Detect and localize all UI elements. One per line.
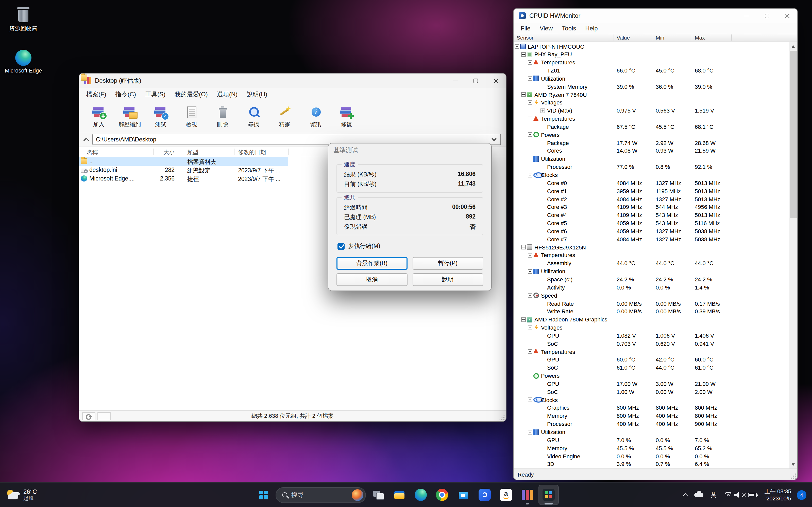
sensor-row[interactable]: GPU1.082 V1.006 V1.406 V	[514, 332, 789, 340]
column-header-size[interactable]: 大小	[155, 149, 174, 156]
sensor-row[interactable]: PHX Ray_PEU	[514, 51, 789, 59]
file-row[interactable]: ..檔案資料夾	[79, 157, 288, 166]
sensor-row[interactable]: Graphics800 MHz800 MHz800 MHz	[514, 404, 789, 412]
toolbar-button-view[interactable]: 檢視	[177, 103, 206, 130]
sensor-row[interactable]: 3D3.9 %0.7 %6.4 %	[514, 460, 789, 468]
collapse-toggle[interactable]	[528, 116, 532, 121]
sensor-row[interactable]: AMD Radeon 780M Graphics	[514, 316, 789, 324]
up-directory-button[interactable]	[84, 137, 89, 143]
column-header-type[interactable]: 類型	[187, 149, 198, 156]
sensor-row[interactable]: Cores14.08 W0.93 W21.59 W	[514, 147, 789, 155]
collapse-toggle[interactable]	[528, 325, 532, 330]
winrar-menu-2[interactable]: 工具(S)	[141, 89, 169, 100]
sensor-row[interactable]: Temperatures	[514, 59, 789, 67]
multithread-checkbox[interactable]	[338, 242, 345, 250]
column-header-min[interactable]: Min	[656, 35, 664, 41]
collapse-toggle[interactable]	[521, 245, 526, 249]
taskbar-app-task-view[interactable]	[368, 485, 388, 505]
start-button[interactable]	[253, 485, 273, 505]
weather-widget[interactable]: 26°C 起風	[0, 483, 43, 507]
sensor-row[interactable]: Package67.5 °C45.5 °C68.1 °C	[514, 123, 789, 131]
taskbar-app-store[interactable]	[453, 485, 473, 505]
taskbar-app-winrar[interactable]	[517, 485, 538, 505]
maximize-button[interactable]	[757, 9, 777, 23]
status-cell[interactable]	[97, 412, 111, 420]
taskbar-app-edge[interactable]	[411, 485, 431, 505]
vertical-scrollbar[interactable]	[789, 42, 797, 468]
close-button[interactable]	[777, 9, 797, 23]
toolbar-button-wizard[interactable]: 精靈	[270, 103, 299, 130]
notification-badge[interactable]: 4	[797, 490, 806, 500]
pause-button[interactable]: 暫停(P)	[412, 257, 483, 270]
collapse-toggle[interactable]	[528, 269, 532, 274]
sensor-row[interactable]: Video Engine0.0 %0.0 %0.0 %	[514, 452, 789, 460]
toolbar-button-test[interactable]: 測試	[146, 103, 175, 130]
sensor-row[interactable]: SoC61.0 °C44.0 °C61.0 °C	[514, 364, 789, 372]
collapse-toggle[interactable]	[528, 173, 532, 177]
menu-help[interactable]: Help	[581, 23, 602, 33]
collapse-toggle[interactable]	[528, 349, 532, 354]
menu-file[interactable]: File	[517, 23, 535, 33]
sensor-row[interactable]: GPU7.0 %0.0 %7.0 %	[514, 436, 789, 444]
file-row[interactable]: desktop.ini282組態設定2023/9/7 下午 ...	[79, 166, 288, 174]
quick-settings-button[interactable]	[720, 486, 760, 504]
sensor-row[interactable]: LAPTOP-NTHMCOUC	[514, 43, 789, 51]
collapse-toggle[interactable]	[528, 397, 532, 402]
collapse-toggle[interactable]	[528, 374, 532, 378]
search-daily-image[interactable]	[352, 489, 363, 501]
column-header-max[interactable]: Max	[695, 35, 705, 41]
sensor-row[interactable]: Powers	[514, 131, 789, 139]
taskbar-app-blue-app[interactable]	[474, 485, 495, 505]
scroll-down-button[interactable]	[789, 460, 797, 468]
winrar-menu-4[interactable]: 選項(N)	[213, 89, 242, 100]
sensor-row[interactable]: Temperatures	[514, 348, 789, 356]
taskbar-app-file-explorer[interactable]	[389, 485, 410, 505]
sensor-row[interactable]: GPU17.00 W3.00 W21.00 W	[514, 380, 789, 388]
scrollbar-track[interactable]	[789, 50, 797, 460]
sensor-row[interactable]: Voltages	[514, 324, 789, 332]
sensor-row[interactable]: GPU60.0 °C42.0 °C60.0 °C	[514, 356, 789, 364]
resize-grip[interactable]	[790, 473, 796, 478]
collapse-toggle[interactable]	[521, 92, 526, 97]
winrar-menu-5[interactable]: 說明(H)	[243, 89, 271, 100]
sensor-row[interactable]: Clocks	[514, 171, 789, 179]
background-button[interactable]: 背景作業(B)	[337, 257, 407, 270]
winrar-titlebar[interactable]: Desktop (評估版)	[79, 73, 506, 88]
sensor-row[interactable]: Memory45.5 %45.5 %65.2 %	[514, 444, 789, 452]
winrar-menu-3[interactable]: 我的最愛(O)	[170, 89, 212, 100]
sensor-row[interactable]: Speed	[514, 291, 789, 300]
sensor-row[interactable]: Utilization	[514, 155, 789, 163]
minimize-button[interactable]	[445, 73, 465, 88]
expand-toggle[interactable]	[541, 109, 545, 113]
taskbar-app-chrome[interactable]	[432, 485, 452, 505]
toolbar-button-delete[interactable]: 刪除	[208, 103, 237, 130]
collapse-toggle[interactable]	[528, 430, 532, 434]
desktop-icon-edge[interactable]: Microsoft Edge	[4, 50, 43, 73]
close-button[interactable]	[486, 73, 506, 88]
sensor-row[interactable]: TZ0166.0 °C45.0 °C68.0 °C	[514, 67, 789, 75]
sensor-row[interactable]: Powers	[514, 372, 789, 380]
sensor-row[interactable]: Package17.74 W2.92 W28.68 W	[514, 139, 789, 147]
sensor-row[interactable]: Core #64059 MHz1327 MHz5038 MHz	[514, 227, 789, 235]
sensor-row[interactable]: Write Rate0.00 MB/s0.00 MB/s0.39 MB/s	[514, 308, 789, 316]
address-dropdown-icon[interactable]	[492, 136, 497, 141]
sensor-row[interactable]: Core #13959 MHz1195 MHz5013 MHz	[514, 187, 789, 195]
toolbar-button-find[interactable]: 尋找	[239, 103, 268, 130]
collapse-toggle[interactable]	[528, 100, 532, 105]
scroll-up-button[interactable]	[789, 42, 797, 50]
sensor-row[interactable]: Space (c:)24.2 %24.2 %24.2 %	[514, 276, 789, 284]
sensor-row[interactable]: Core #04084 MHz1327 MHz5013 MHz	[514, 179, 789, 187]
collapse-toggle[interactable]	[528, 293, 532, 298]
sensor-row[interactable]: SoC1.00 W0.00 W2.00 W	[514, 388, 789, 396]
taskbar-app-hwmonitor[interactable]	[539, 485, 559, 505]
toolbar-button-add[interactable]: 加入	[84, 103, 113, 130]
sensor-row[interactable]: Core #34109 MHz544 MHz4956 MHz	[514, 203, 789, 212]
onedrive-tray-icon[interactable]	[691, 486, 707, 504]
collapse-toggle[interactable]	[521, 317, 526, 322]
sensor-row[interactable]: System Memory39.0 %36.0 %39.0 %	[514, 82, 789, 91]
column-header-value[interactable]: Value	[617, 35, 630, 41]
collapse-toggle[interactable]	[521, 52, 526, 57]
sensor-row[interactable]: HFS512GEJ9X125N	[514, 243, 789, 251]
menu-view[interactable]: View	[536, 23, 557, 33]
taskbar-search[interactable]: 搜尋	[275, 487, 366, 503]
